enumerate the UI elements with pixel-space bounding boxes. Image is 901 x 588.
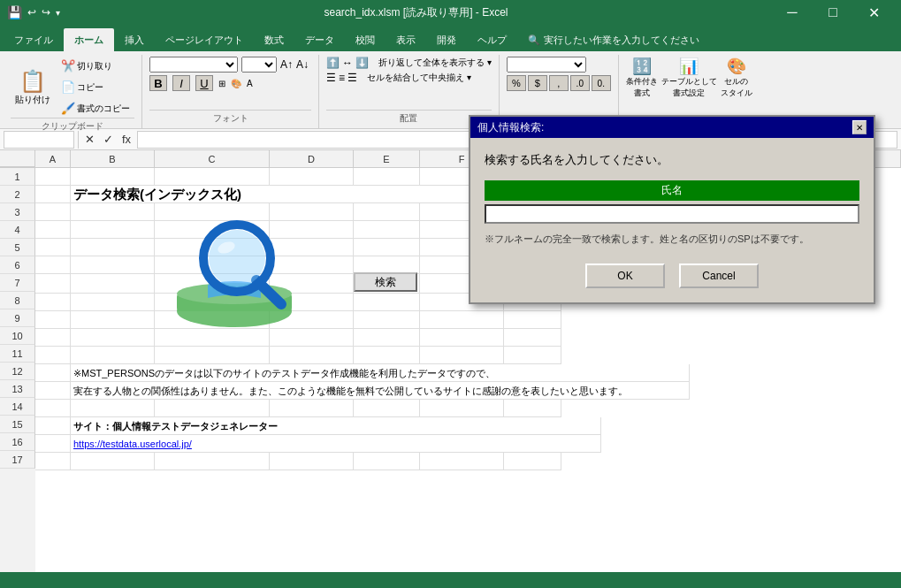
dialog-cancel-button[interactable]: Cancel [679,263,759,288]
dialog-titlebar: 個人情報検索: ✕ [470,117,874,138]
dialog-close-button[interactable]: ✕ [852,120,867,134]
personal-info-search-dialog: 個人情報検索: ✕ 検索する氏名を入力してください。 氏名 ※フルネームの完全一… [469,115,875,304]
dialog-note: ※フルネームの完全一致で検索します。姓と名の区切りのSPは不要です。 [485,233,859,246]
dialog-buttons: OK Cancel [485,263,859,288]
dialog-instruction: 検索する氏名を入力してください。 [485,152,859,168]
dialog-field-label: 氏名 [485,180,859,201]
dialog-body: 検索する氏名を入力してください。 氏名 ※フルネームの完全一致で検索します。姓と… [470,138,874,302]
dialog-overlay: 個人情報検索: ✕ 検索する氏名を入力してください。 氏名 ※フルネームの完全一… [0,0,901,588]
dialog-name-input[interactable] [485,204,859,224]
dialog-ok-button[interactable]: OK [585,263,665,288]
dialog-title: 個人情報検索: [477,120,544,135]
